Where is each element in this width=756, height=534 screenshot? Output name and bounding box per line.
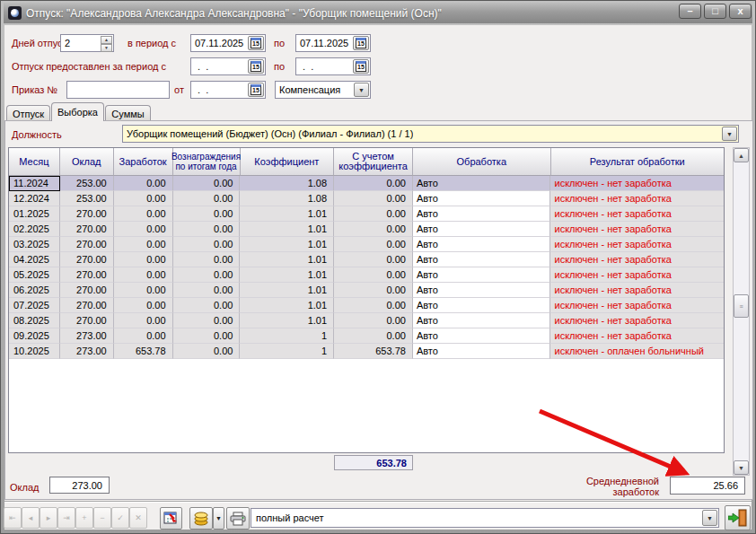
- calendar-picker-button[interactable]: 15: [353, 59, 369, 74]
- table-cell[interactable]: Авто: [413, 206, 551, 222]
- vertical-scrollbar[interactable]: ▲ ≡ ▼: [733, 147, 750, 476]
- table-cell[interactable]: Авто: [413, 252, 551, 267]
- table-cell[interactable]: исключен - нет заработка: [550, 206, 723, 222]
- table-cell[interactable]: 0.00: [173, 283, 241, 298]
- table-cell[interactable]: 0.00: [173, 206, 241, 222]
- table-cell[interactable]: 1.01: [240, 267, 334, 283]
- table-cell[interactable]: 0.00: [114, 283, 173, 298]
- table-cell[interactable]: 1.01: [240, 283, 334, 298]
- table-cell[interactable]: 0.00: [114, 267, 173, 283]
- table-cell[interactable]: 273.00: [60, 344, 114, 359]
- table-cell[interactable]: 0.00: [334, 313, 413, 328]
- next-record-button[interactable]: ▸: [40, 507, 57, 529]
- table-cell[interactable]: 270.00: [60, 222, 114, 237]
- calendar-picker-button[interactable]: 15: [248, 83, 264, 97]
- table-cell[interactable]: 0.00: [334, 222, 413, 237]
- print-button[interactable]: [226, 507, 250, 530]
- vacation-type-combobox[interactable]: Компенсация ▼: [275, 81, 371, 99]
- table-cell[interactable]: исключен - нет заработка: [550, 176, 723, 191]
- calendar-picker-button[interactable]: 15: [248, 36, 264, 50]
- table-cell[interactable]: 0.00: [114, 206, 173, 222]
- column-header[interactable]: Результат обработки: [551, 148, 724, 176]
- table-cell[interactable]: 1.01: [240, 206, 334, 222]
- table-cell[interactable]: 270.00: [60, 283, 114, 298]
- table-cell[interactable]: 1: [240, 328, 334, 344]
- table-cell[interactable]: 11.2024: [9, 176, 60, 191]
- table-cell[interactable]: 270.00: [60, 237, 114, 252]
- table-cell[interactable]: Авто: [413, 328, 551, 344]
- table-cell[interactable]: Авто: [413, 344, 551, 359]
- tab-vyborka[interactable]: Выборка: [51, 102, 104, 121]
- post-edit-button[interactable]: ✓: [111, 507, 129, 529]
- chevron-down-icon[interactable]: ▼: [354, 83, 369, 97]
- column-header[interactable]: С учетом коэффициента: [334, 148, 413, 176]
- table-cell[interactable]: 253.00: [60, 176, 114, 191]
- table-cell[interactable]: 0.00: [173, 313, 241, 328]
- table-cell[interactable]: Авто: [413, 267, 551, 283]
- table-cell[interactable]: исключен - нет заработка: [550, 313, 723, 328]
- table-cell[interactable]: 653.78: [114, 344, 173, 359]
- calc-mode-combobox[interactable]: полный расчет ▼: [251, 508, 719, 528]
- table-cell[interactable]: 0.00: [173, 222, 241, 237]
- table-cell[interactable]: 0.00: [114, 176, 173, 191]
- table-cell[interactable]: 08.2025: [9, 313, 60, 328]
- scrollbar-thumb[interactable]: ≡: [734, 294, 749, 318]
- scroll-up-icon[interactable]: ▲: [734, 148, 749, 162]
- table-cell[interactable]: 09.2025: [9, 328, 60, 344]
- first-record-button[interactable]: ⇤: [4, 507, 22, 529]
- calendar-picker-button[interactable]: 15: [248, 59, 264, 74]
- table-cell[interactable]: 0.00: [334, 237, 413, 252]
- table-cell[interactable]: 01.2025: [9, 206, 60, 222]
- column-header[interactable]: Вознаграждения по итогам года: [173, 148, 241, 176]
- table-cell[interactable]: 1.01: [240, 237, 334, 252]
- table-cell[interactable]: 270.00: [60, 267, 114, 283]
- table-cell[interactable]: исключен - нет заработка: [550, 267, 723, 283]
- table-cell[interactable]: 1.01: [240, 252, 334, 267]
- column-header[interactable]: Месяц: [9, 148, 60, 176]
- payment-button[interactable]: [189, 507, 213, 530]
- table-cell[interactable]: 253.00: [60, 191, 114, 206]
- table-cell[interactable]: 0.00: [173, 237, 241, 252]
- table-cell[interactable]: Авто: [413, 237, 551, 252]
- table-cell[interactable]: 0.00: [173, 328, 241, 344]
- table-cell[interactable]: 0.00: [114, 313, 173, 328]
- tab-summy[interactable]: Суммы: [105, 105, 151, 121]
- table-cell[interactable]: 0.00: [334, 176, 413, 191]
- close-button[interactable]: x: [729, 4, 752, 19]
- table-cell[interactable]: 1.01: [240, 298, 334, 313]
- column-header[interactable]: Обработка: [413, 148, 551, 176]
- table-cell[interactable]: 0.00: [173, 344, 241, 359]
- prior-record-button[interactable]: ◂: [22, 507, 40, 529]
- table-cell[interactable]: Авто: [413, 222, 551, 237]
- table-cell[interactable]: 03.2025: [9, 237, 60, 252]
- cancel-edit-button[interactable]: ✕: [129, 507, 147, 529]
- scroll-down-icon[interactable]: ▼: [734, 460, 749, 475]
- table-cell[interactable]: исключен - нет заработка: [550, 237, 723, 252]
- table-cell[interactable]: 0.00: [334, 206, 413, 222]
- period-to-input[interactable]: 07.11.2025 15: [295, 34, 371, 52]
- table-cell[interactable]: Авто: [413, 298, 551, 313]
- table-cell[interactable]: 0.00: [334, 252, 413, 267]
- table-cell[interactable]: 02.2025: [9, 222, 60, 237]
- table-cell[interactable]: 1.01: [240, 222, 334, 237]
- table-cell[interactable]: исключен - нет заработка: [550, 252, 723, 267]
- order-date-input[interactable]: . . 15: [190, 81, 266, 99]
- table-cell[interactable]: 10.2025: [9, 344, 60, 359]
- insert-record-button[interactable]: +: [75, 507, 93, 529]
- table-cell[interactable]: исключен - нет заработка: [550, 283, 723, 298]
- table-cell[interactable]: 0.00: [114, 328, 173, 344]
- table-cell[interactable]: Авто: [413, 191, 551, 206]
- table-cell[interactable]: исключен - нет заработка: [550, 191, 723, 206]
- table-cell[interactable]: 270.00: [60, 298, 114, 313]
- table-cell[interactable]: 0.00: [334, 267, 413, 283]
- table-cell[interactable]: исключен - нет заработка: [550, 298, 723, 313]
- table-cell[interactable]: 1.01: [240, 313, 334, 328]
- table-cell[interactable]: 06.2025: [9, 283, 60, 298]
- table-cell[interactable]: 05.2025: [9, 267, 60, 283]
- table-cell[interactable]: 12.2024: [9, 191, 60, 206]
- table-cell[interactable]: Авто: [413, 283, 551, 298]
- table-cell[interactable]: 653.78: [334, 344, 413, 359]
- calendar-picker-button[interactable]: 15: [353, 36, 369, 50]
- granted-from-input[interactable]: . . 15: [190, 57, 266, 75]
- column-header[interactable]: Заработок: [114, 148, 173, 176]
